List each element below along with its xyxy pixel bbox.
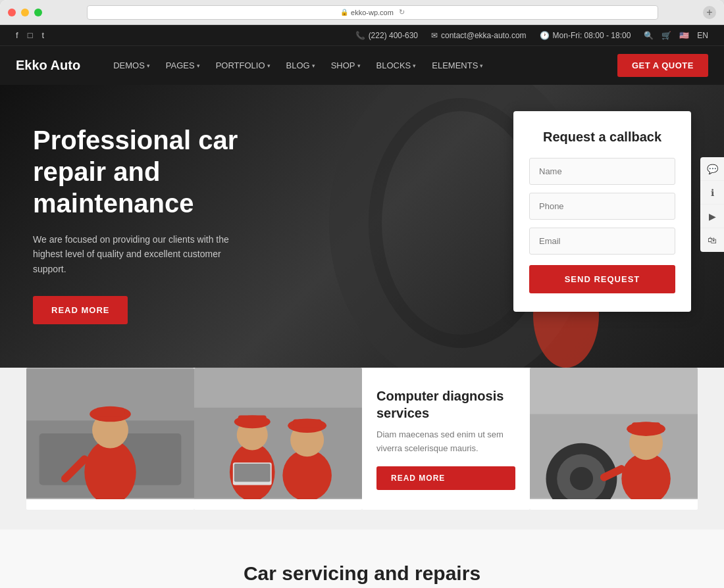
url-text: ekko-wp.com bbox=[351, 9, 394, 16]
cart-icon[interactable]: 🛒 bbox=[661, 31, 671, 40]
card-read-more-button[interactable]: READ MORE bbox=[376, 466, 515, 490]
sidebar-icons-panel: 💬 ℹ ▶ 🛍 bbox=[700, 157, 724, 252]
maximize-dot[interactable] bbox=[34, 9, 42, 16]
mechanic-svg-3 bbox=[530, 368, 698, 499]
instagram-icon[interactable]: □ bbox=[28, 30, 33, 40]
facebook-icon[interactable]: f bbox=[16, 30, 18, 40]
card-image-2 bbox=[194, 368, 362, 499]
info-icon[interactable]: ℹ bbox=[700, 181, 724, 205]
clock-icon: 🕐 bbox=[540, 31, 550, 40]
hero-read-more-button[interactable]: READ MORE bbox=[33, 296, 128, 324]
chevron-down-icon: ▾ bbox=[197, 62, 200, 69]
utility-icons: 🔍 🛒 🇺🇸 EN bbox=[644, 31, 708, 40]
chevron-down-icon: ▾ bbox=[480, 62, 483, 69]
nav-blog-label: BLOG bbox=[286, 61, 310, 70]
phone-number: (222) 400-630 bbox=[369, 31, 418, 40]
callback-form-title: Request a callback bbox=[529, 130, 675, 145]
chevron-down-icon: ▾ bbox=[413, 62, 416, 69]
bottom-section: Car servicing and repairs Our team is dr… bbox=[0, 529, 724, 588]
nav-pages-label: PAGES bbox=[166, 61, 195, 70]
email-icon: ✉ bbox=[431, 31, 438, 40]
search-icon[interactable]: 🔍 bbox=[644, 31, 654, 40]
site-logo[interactable]: Ekko Auto bbox=[16, 58, 80, 73]
phone-icon: 📞 bbox=[355, 31, 365, 40]
hero-subtitle: We are focused on providing our clients … bbox=[33, 232, 257, 276]
send-request-button[interactable]: SEND REQUEST bbox=[529, 265, 675, 293]
close-dot[interactable] bbox=[8, 9, 16, 16]
card-mechanic-3 bbox=[530, 368, 698, 510]
nav-shop[interactable]: SHOP ▾ bbox=[324, 55, 367, 76]
bag-icon[interactable]: 🛍 bbox=[700, 228, 724, 252]
bottom-title: Car servicing and repairs bbox=[26, 562, 698, 585]
card-image-1 bbox=[26, 368, 194, 499]
hero-section: Professional car repair and maintenance … bbox=[0, 85, 724, 387]
email-info: ✉ contact@ekka-auto.com bbox=[431, 31, 527, 40]
nav-elements[interactable]: ELEMENTS ▾ bbox=[425, 55, 490, 76]
refresh-icon: ↻ bbox=[399, 8, 405, 16]
email-address: contact@ekka-auto.com bbox=[441, 31, 527, 40]
card-content-diagnosis: Computer diagnosis services Diam maecena… bbox=[362, 368, 530, 510]
svg-rect-32 bbox=[632, 422, 660, 431]
cards-section: Computer diagnosis services Diam maecena… bbox=[0, 368, 724, 529]
phone-input[interactable] bbox=[529, 193, 675, 220]
svg-point-28 bbox=[570, 467, 593, 490]
social-links: f □ t bbox=[16, 30, 44, 40]
nav-links-container: DEMOS ▾ PAGES ▾ PORTFOLIO ▾ BLOG ▾ SHOP … bbox=[107, 55, 617, 76]
lock-icon: 🔒 bbox=[340, 9, 348, 16]
browser-window: 🔒 ekko-wp.com ↻ + f □ t 📞 (222) 400-630 … bbox=[0, 0, 724, 588]
card-title: Computer diagnosis services bbox=[376, 387, 515, 422]
nav-blocks-label: BLOCKS bbox=[376, 61, 411, 70]
hours-info: 🕐 Mon-Fri: 08:00 - 18:00 bbox=[540, 31, 631, 40]
twitter-icon[interactable]: t bbox=[41, 30, 44, 40]
card-description: Diam maecenas sed enim ut sem viverra sc… bbox=[376, 428, 515, 456]
svg-rect-10 bbox=[96, 408, 124, 417]
nav-portfolio[interactable]: PORTFOLIO ▾ bbox=[209, 55, 277, 76]
nav-portfolio-label: PORTFOLIO bbox=[216, 61, 265, 70]
business-hours: Mon-Fri: 08:00 - 18:00 bbox=[553, 31, 631, 40]
top-bar: f □ t 📞 (222) 400-630 ✉ contact@ekka-aut… bbox=[0, 25, 724, 45]
hero-content: Professional car repair and maintenance … bbox=[33, 124, 309, 324]
callback-form: Request a callback SEND REQUEST bbox=[513, 111, 691, 312]
svg-point-20 bbox=[282, 450, 332, 499]
main-navigation: Ekko Auto DEMOS ▾ PAGES ▾ PORTFOLIO ▾ BL… bbox=[0, 45, 724, 85]
card-mechanic-2 bbox=[194, 368, 362, 510]
name-input[interactable] bbox=[529, 158, 675, 185]
svg-rect-23 bbox=[293, 419, 321, 428]
nav-demos[interactable]: DEMOS ▾ bbox=[107, 55, 157, 76]
nav-shop-label: SHOP bbox=[331, 61, 355, 70]
new-tab-button[interactable]: + bbox=[703, 6, 716, 19]
card-mechanic-1 bbox=[26, 368, 194, 510]
nav-pages[interactable]: PAGES ▾ bbox=[159, 55, 207, 76]
nav-blog[interactable]: BLOG ▾ bbox=[280, 55, 322, 76]
browser-chrome: 🔒 ekko-wp.com ↻ + bbox=[0, 0, 724, 25]
play-icon[interactable]: ▶ bbox=[700, 205, 724, 228]
hero-title: Professional car repair and maintenance bbox=[33, 124, 309, 219]
chevron-down-icon: ▾ bbox=[357, 62, 361, 69]
svg-rect-19 bbox=[234, 464, 271, 481]
get-quote-button[interactable]: GET A QUOTE bbox=[617, 54, 708, 77]
email-input[interactable] bbox=[529, 228, 675, 255]
mechanic-svg-1 bbox=[26, 368, 194, 499]
nav-demos-label: DEMOS bbox=[113, 61, 145, 70]
card-image-3 bbox=[530, 368, 698, 499]
chevron-down-icon: ▾ bbox=[312, 62, 315, 69]
mechanic-svg-2 bbox=[194, 368, 362, 499]
nav-blocks[interactable]: BLOCKS ▾ bbox=[370, 55, 423, 76]
chevron-down-icon: ▾ bbox=[147, 62, 150, 69]
top-bar-contact: 📞 (222) 400-630 ✉ contact@ekka-auto.com … bbox=[355, 31, 708, 40]
minimize-dot[interactable] bbox=[21, 9, 29, 16]
svg-rect-13 bbox=[194, 408, 362, 498]
comment-icon[interactable]: 💬 bbox=[700, 157, 724, 181]
nav-elements-label: ELEMENTS bbox=[432, 61, 478, 70]
language-label[interactable]: EN bbox=[697, 31, 708, 40]
cards-grid: Computer diagnosis services Diam maecena… bbox=[26, 368, 698, 510]
address-bar[interactable]: 🔒 ekko-wp.com ↻ bbox=[87, 5, 658, 20]
svg-rect-17 bbox=[238, 416, 267, 424]
chevron-down-icon: ▾ bbox=[267, 62, 271, 69]
phone-info: 📞 (222) 400-630 bbox=[355, 31, 418, 40]
flag-icon: 🇺🇸 bbox=[679, 31, 689, 40]
